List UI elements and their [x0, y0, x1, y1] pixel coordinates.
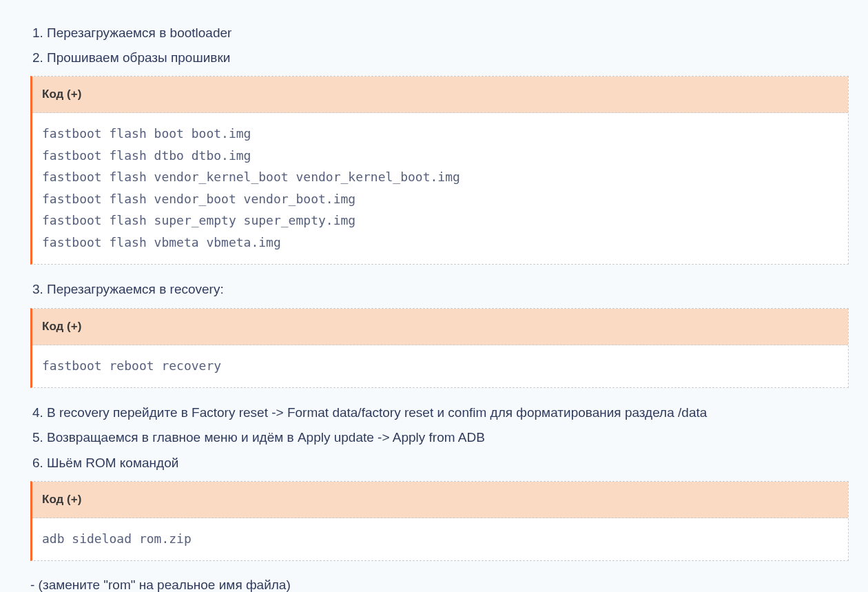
code-header[interactable]: Код (+) — [32, 76, 848, 113]
step-5-text: Возвращаемся в главное меню и идём в App… — [47, 430, 485, 445]
steps-list: Перезагружаемся в bootloader Прошиваем о… — [19, 21, 849, 592]
step-5: Возвращаемся в главное меню и идём в App… — [47, 425, 849, 450]
instruction-document: Перезагружаемся в bootloader Прошиваем о… — [0, 0, 868, 592]
code-body-sideload: adb sideload rom.zip — [32, 518, 848, 561]
step-2: Прошиваем образы прошивки Код (+) fastbo… — [47, 45, 849, 265]
code-block-flash: Код (+) fastboot flash boot boot.img fas… — [30, 76, 849, 265]
step-1-text: Перезагружаемся в bootloader — [47, 25, 231, 40]
step-2-text: Прошиваем образы прошивки — [47, 50, 230, 65]
code-header[interactable]: Код (+) — [32, 309, 848, 345]
code-header[interactable]: Код (+) — [32, 482, 848, 518]
step-6-note: - (замените "rom" на реальное имя файла) — [30, 573, 849, 592]
step-4-text: В recovery перейдите в Factory reset -> … — [47, 405, 707, 420]
step-1: Перезагружаемся в bootloader — [47, 21, 849, 45]
code-body-reboot: fastboot reboot recovery — [32, 345, 848, 388]
step-6-text: Шьём ROM командой — [47, 456, 178, 470]
step-6: Шьём ROM командой Код (+) adb sideload r… — [47, 451, 849, 592]
step-3: Перезагружаемся в recovery: Код (+) fast… — [47, 277, 849, 388]
code-block-sideload: Код (+) adb sideload rom.zip — [30, 481, 849, 562]
step-4: В recovery перейдите в Factory reset -> … — [47, 400, 849, 425]
code-block-reboot: Код (+) fastboot reboot recovery — [30, 308, 849, 389]
step-3-text: Перезагружаемся в recovery: — [47, 282, 224, 296]
code-body-flash: fastboot flash boot boot.img fastboot fl… — [32, 113, 848, 264]
